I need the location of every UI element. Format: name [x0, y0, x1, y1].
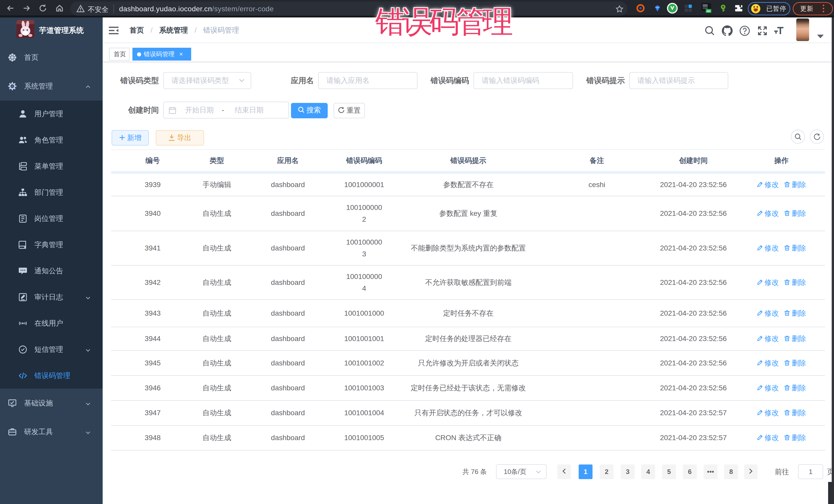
- svg-text:on: on: [707, 9, 710, 13]
